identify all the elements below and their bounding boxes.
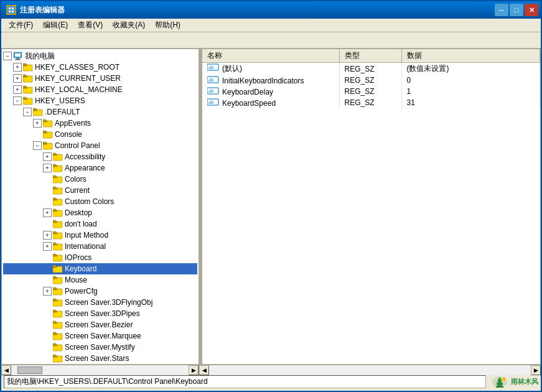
h-scroll-track-right[interactable] xyxy=(209,365,531,375)
table-row[interactable]: ab KeyboardSpeed REG_SZ 31 xyxy=(202,97,540,108)
menu-file[interactable]: 文件(F) xyxy=(4,19,38,32)
svg-rect-50 xyxy=(53,209,56,211)
tree-label: HKEY_CLASSES_ROOT xyxy=(35,63,119,72)
reg-data-cell: (数值未设置) xyxy=(401,63,540,75)
col-name[interactable]: 名称 xyxy=(202,49,339,63)
expand-btn[interactable]: − xyxy=(3,52,12,60)
reg-type-cell: REG_SZ xyxy=(339,75,401,86)
folder-icon xyxy=(53,253,63,262)
tree-item-dontload[interactable]: don't load xyxy=(3,218,197,230)
tree-item-ioprocs[interactable]: IOProcs xyxy=(3,252,197,263)
tree-item-local_machine[interactable]: + HKEY_LOCAL_MACHINE xyxy=(3,84,197,95)
folder-icon xyxy=(53,276,63,284)
tree-label: Control Panel xyxy=(55,141,100,150)
expand-btn[interactable]: − xyxy=(23,108,32,116)
tree-item-classes_root[interactable]: + HKEY_CLASSES_ROOT xyxy=(3,62,197,73)
tree-item-console[interactable]: Console xyxy=(3,129,197,140)
tree-item-keyboard[interactable]: Keyboard xyxy=(3,263,197,274)
menu-bar: 文件(F) 编辑(E) 查看(V) 收藏夹(A) 帮助(H) xyxy=(1,19,541,32)
minimize-button[interactable]: ─ xyxy=(495,4,508,16)
table-row[interactable]: ab InitialKeyboardIndicators REG_SZ 0 xyxy=(202,75,540,86)
tree-item-colors[interactable]: Colors xyxy=(3,174,197,185)
table-row[interactable]: ab (默认) REG_SZ (数值未设置) xyxy=(202,63,540,75)
tree-item-mouse[interactable]: Mouse xyxy=(3,274,197,286)
svg-rect-1 xyxy=(9,7,11,9)
tree-item-screensaver3dp[interactable]: Screen Saver.3DPipes xyxy=(3,308,197,319)
maximize-button[interactable]: □ xyxy=(510,4,523,16)
expand-btn[interactable]: + xyxy=(43,287,52,296)
tree-item-desktop[interactable]: + Desktop xyxy=(3,207,197,218)
tree-item-screensaverbezier[interactable]: Screen Saver.Bezier xyxy=(3,319,197,330)
tree-item-screensaver3d[interactable]: Screen Saver.3DFlyingObj xyxy=(3,297,197,308)
expand-btn[interactable]: + xyxy=(43,164,52,172)
tree-label: International xyxy=(65,242,106,251)
expand-btn[interactable]: + xyxy=(13,63,22,72)
table-row[interactable]: ab KeyboardDelay REG_SZ 1 xyxy=(202,86,540,97)
tree-pane[interactable]: − 我的电脑+ HKEY_CLASSES_ROOT+ HKEY_CURRENT_… xyxy=(2,49,200,364)
expand-btn[interactable]: + xyxy=(43,242,52,251)
scroll-right-btn2[interactable]: ▶ xyxy=(531,365,541,375)
tree-item-screensavermystify[interactable]: Screen Saver.Mystify xyxy=(3,342,197,353)
menu-view[interactable]: 查看(V) xyxy=(73,19,108,32)
svg-rect-2 xyxy=(12,7,14,9)
svg-rect-7 xyxy=(16,58,19,59)
close-button[interactable]: ✕ xyxy=(525,4,538,16)
expand-btn[interactable]: + xyxy=(13,85,22,94)
tree-item-current[interactable]: Current xyxy=(3,185,197,196)
scroll-left-btn2[interactable]: ◀ xyxy=(199,365,209,375)
tree-item-appearance[interactable]: + Appearance xyxy=(3,162,197,174)
svg-rect-26 xyxy=(43,119,46,121)
tree-item-international[interactable]: + International xyxy=(3,241,197,252)
tree-item-screensavermarquee[interactable]: Screen Saver.Marquee xyxy=(3,330,197,342)
scroll-right-btn[interactable]: ▶ xyxy=(189,365,199,375)
value-pane[interactable]: 名称 类型 数据 ab (默认) REG_SZ (数值未设置) xyxy=(202,49,540,364)
svg-rect-11 xyxy=(23,63,26,65)
menu-help[interactable]: 帮助(H) xyxy=(150,19,185,32)
svg-rect-59 xyxy=(53,243,56,245)
expand-btn[interactable]: − xyxy=(33,141,42,150)
svg-rect-32 xyxy=(43,142,46,144)
h-scroll-thumb-left[interactable] xyxy=(17,366,42,374)
svg-rect-47 xyxy=(53,198,56,200)
tree-label: IOProcs xyxy=(65,253,91,262)
svg-rect-0 xyxy=(7,6,15,14)
expand-btn[interactable]: + xyxy=(13,74,22,83)
svg-text:ab: ab xyxy=(208,77,214,83)
tree-item-inputmethod[interactable]: + Input Method xyxy=(3,230,197,241)
col-type[interactable]: 类型 xyxy=(339,49,401,63)
scroll-left-btn[interactable]: ◀ xyxy=(1,365,11,375)
tree-item-default[interactable]: − .DEFAULT xyxy=(3,106,197,118)
menu-favorites[interactable]: 收藏夹(A) xyxy=(108,19,150,32)
svg-rect-44 xyxy=(53,187,56,189)
expand-btn[interactable]: + xyxy=(43,231,52,240)
expand-btn[interactable]: + xyxy=(43,152,52,161)
tree-item-screensaverstars[interactable]: Screen Saver.Stars xyxy=(3,353,197,364)
svg-rect-83 xyxy=(53,332,56,334)
folder-icon xyxy=(43,119,53,128)
tree-item-accessibility[interactable]: + Accessibility xyxy=(3,151,197,162)
main-window: 注册表编辑器 ─ □ ✕ 文件(F) 编辑(E) 查看(V) 收藏夹(A) 帮助… xyxy=(0,0,542,392)
tree-item-customcolors[interactable]: Custom Colors xyxy=(3,196,197,207)
expand-btn[interactable]: − xyxy=(13,96,22,105)
tree-label: HKEY_CURRENT_USER xyxy=(35,74,121,83)
tree-item-controlpanel[interactable]: − Control Panel xyxy=(3,140,197,151)
svg-rect-3 xyxy=(9,11,11,12)
tree-item-mycomputer[interactable]: − 我的电脑 xyxy=(3,50,197,62)
col-data[interactable]: 数据 xyxy=(401,49,540,63)
tree-item-powercfg[interactable]: + PowerCfg xyxy=(3,286,197,297)
svg-rect-71 xyxy=(53,287,56,289)
svg-rect-74 xyxy=(53,299,56,301)
h-scroll-track-left[interactable] xyxy=(11,365,189,375)
expand-btn[interactable]: + xyxy=(33,119,42,128)
tree-item-appevents[interactable]: + AppEvents xyxy=(3,118,197,129)
menu-edit[interactable]: 编辑(E) xyxy=(38,19,73,32)
svg-rect-38 xyxy=(53,164,56,166)
tree-item-hkey_users[interactable]: − HKEY_USERS xyxy=(3,95,197,106)
folder-icon xyxy=(53,175,63,184)
title-bar-buttons: ─ □ ✕ xyxy=(495,4,538,16)
expand-btn[interactable]: + xyxy=(43,208,52,217)
tree-label: Appearance xyxy=(65,164,105,172)
tree-item-current_user[interactable]: + HKEY_CURRENT_USER xyxy=(3,73,197,84)
tree-label: Desktop xyxy=(65,208,92,217)
folder-icon xyxy=(23,74,33,83)
